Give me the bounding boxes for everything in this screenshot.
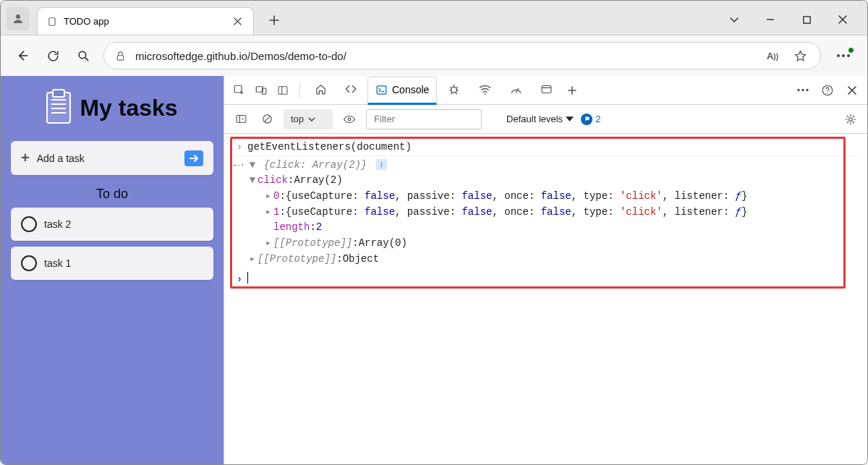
svg-point-23 xyxy=(348,118,351,121)
arrow-left-icon xyxy=(15,48,30,63)
read-aloud-icon: A)) xyxy=(767,51,778,61)
code-icon xyxy=(344,82,357,95)
prop-key: [[Prototype]] xyxy=(258,252,336,268)
tab-console[interactable]: Console xyxy=(367,77,437,105)
svg-point-5 xyxy=(837,54,840,57)
console-filter-input[interactable] xyxy=(366,109,482,129)
tab-elements[interactable] xyxy=(337,76,365,104)
nav-refresh-button[interactable] xyxy=(43,46,63,66)
issues-count: 2 xyxy=(595,114,600,124)
omnibox[interactable]: A)) xyxy=(103,42,821,69)
task-checkbox[interactable] xyxy=(21,255,37,271)
console-toolbar: top Default levels 2 xyxy=(224,105,867,134)
svg-rect-9 xyxy=(256,86,263,92)
svg-rect-21 xyxy=(237,116,246,123)
add-task-button[interactable]: + Add a task xyxy=(11,141,213,175)
more-tabs-button[interactable] xyxy=(563,81,582,100)
tab-welcome[interactable] xyxy=(307,76,334,104)
disclosure-triangle-icon[interactable]: ▼ xyxy=(247,158,258,174)
refresh-icon xyxy=(46,49,60,63)
chevron-right-icon: › xyxy=(231,272,247,288)
task-row[interactable]: task 1 xyxy=(11,247,213,280)
account-menu-button[interactable] xyxy=(721,9,747,30)
issues-indicator[interactable]: 2 xyxy=(581,114,600,125)
submit-task-button[interactable] xyxy=(184,150,203,166)
browser-tab-active[interactable]: TODO app xyxy=(37,7,254,35)
log-levels-selector[interactable]: Default levels xyxy=(506,114,574,124)
wifi-icon xyxy=(478,82,492,96)
tab-application[interactable] xyxy=(533,76,560,104)
window-close-button[interactable] xyxy=(830,9,856,30)
gear-icon xyxy=(844,113,857,126)
console-output[interactable]: › getEventListeners(document) ←· ▼ {clic… xyxy=(224,134,867,465)
tab-sources[interactable] xyxy=(440,76,468,104)
console-array-entry[interactable]: ▸ 0: {useCapture: false, passive: false,… xyxy=(231,189,860,205)
more-icon xyxy=(836,54,851,58)
brace: { xyxy=(263,159,269,171)
tab-favicon xyxy=(46,16,58,27)
issue-badge-icon xyxy=(581,114,592,125)
favorite-button[interactable] xyxy=(790,46,810,66)
disclosure-triangle-icon[interactable]: ▼ xyxy=(247,173,258,189)
divider xyxy=(299,82,300,98)
tab-performance[interactable] xyxy=(502,76,530,104)
panel-left-icon xyxy=(235,113,247,125)
summary-key: click xyxy=(270,159,300,171)
prop-val: Array(0) xyxy=(359,236,407,252)
window-minimize-button[interactable] xyxy=(757,9,783,30)
settings-more-button[interactable] xyxy=(831,46,856,66)
info-badge-icon[interactable]: i xyxy=(376,159,387,170)
prop-val: 2 xyxy=(316,220,322,236)
prop-key: click xyxy=(258,173,288,189)
bug-icon xyxy=(447,82,461,96)
tab-close-button[interactable] xyxy=(231,16,243,27)
devtools-help-button[interactable] xyxy=(818,81,837,100)
clear-console-button[interactable] xyxy=(258,110,276,129)
address-bar: A)) xyxy=(1,35,867,76)
device-toolbar-button[interactable] xyxy=(252,81,271,100)
notification-dot-icon xyxy=(848,47,854,54)
performance-icon xyxy=(509,82,523,96)
inspect-element-button[interactable] xyxy=(230,81,249,100)
site-info-button[interactable] xyxy=(114,50,127,62)
nav-search-button[interactable] xyxy=(73,46,93,66)
tab-title: TODO app xyxy=(64,16,226,27)
console-sidebar-toggle[interactable] xyxy=(231,110,250,129)
read-aloud-button[interactable]: A)) xyxy=(762,46,783,66)
window-maximize-button[interactable] xyxy=(793,9,820,30)
activity-bar-button[interactable] xyxy=(273,81,292,100)
devtools-close-button[interactable] xyxy=(843,81,861,100)
console-object-property[interactable]: length: 2 xyxy=(231,220,860,236)
console-object-property[interactable]: ▸ [[Prototype]]: Object xyxy=(231,252,860,268)
prop-val: Array(2) xyxy=(294,173,342,189)
url-input[interactable] xyxy=(134,49,755,63)
clear-icon xyxy=(261,113,273,125)
profile-button[interactable] xyxy=(7,7,30,30)
disclosure-triangle-icon[interactable]: ▸ xyxy=(247,252,258,268)
devices-icon xyxy=(255,84,268,97)
console-array-entry[interactable]: ▸ 1: {useCapture: false, passive: false,… xyxy=(231,205,860,221)
console-settings-button[interactable] xyxy=(841,110,860,129)
console-result-summary[interactable]: ←· ▼ {click: Array(2)} i xyxy=(231,155,860,174)
task-checkbox[interactable] xyxy=(21,216,37,232)
new-tab-button[interactable] xyxy=(263,9,286,32)
caret-down-icon xyxy=(308,117,315,121)
disclosure-triangle-icon[interactable]: ▸ xyxy=(263,189,273,205)
arrow-right-icon xyxy=(189,154,199,163)
live-expression-button[interactable] xyxy=(340,110,359,129)
console-object-property[interactable]: ▼ click: Array(2) xyxy=(231,173,860,189)
svg-rect-12 xyxy=(377,85,386,93)
more-icon xyxy=(796,88,809,92)
console-prompt[interactable]: › xyxy=(231,272,860,288)
devtools-more-button[interactable] xyxy=(793,81,812,100)
context-selector[interactable]: top xyxy=(284,109,333,129)
disclosure-triangle-icon[interactable]: ▸ xyxy=(263,205,273,221)
summary-val: Array(2) xyxy=(312,159,361,171)
section-heading-todo: To do xyxy=(8,187,216,202)
disclosure-triangle-icon[interactable]: ▸ xyxy=(263,236,273,252)
console-object-property[interactable]: ▸ [[Prototype]]: Array(0) xyxy=(231,236,860,252)
nav-back-button[interactable] xyxy=(12,46,33,66)
browser-titlebar: TODO app xyxy=(1,1,867,35)
tab-network[interactable] xyxy=(471,76,499,104)
task-row[interactable]: task 2 xyxy=(11,208,213,241)
